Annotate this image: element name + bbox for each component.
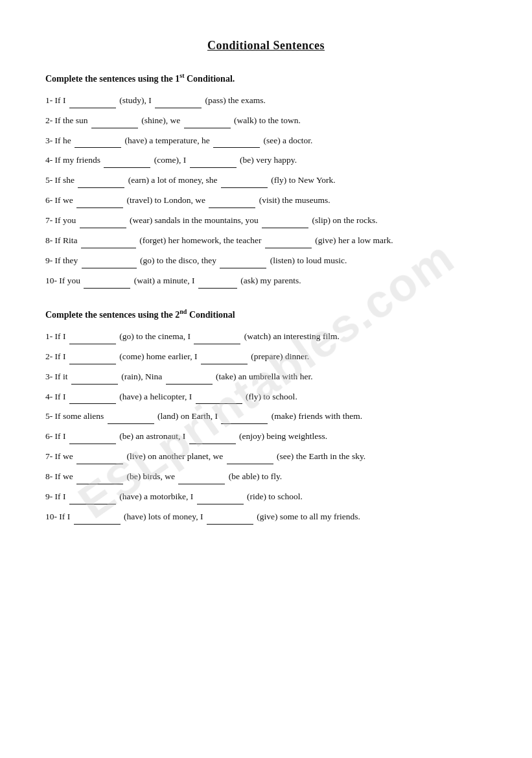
blank [80,228,126,228]
list-item: 5- If she (earn) a lot of money, she (fl… [45,173,487,188]
blank [108,423,154,424]
list-item: 5- If some aliens (land) on Earth, I (ma… [45,409,487,424]
list-item: 9- If they (go) to the disco, they (list… [45,254,487,268]
list-item: 10- If you (wait) a minute, I (ask) my p… [45,274,487,289]
list-item: 3- If he (have) a temperature, he (see) … [45,134,487,148]
blank [69,344,116,344]
blank [209,207,255,208]
list-item: 2- If I (come) home earlier, I (prepare)… [45,349,487,364]
blank [155,108,202,108]
blank [221,187,268,188]
section-2: Complete the sentences using the 2nd Con… [45,308,487,525]
blank [190,167,237,168]
blank [76,207,123,208]
section-2-title: Complete the sentences using the 2nd Con… [45,308,487,320]
blank [76,484,123,484]
blank [220,268,266,268]
blank [227,464,273,464]
list-item: 7- If you (wear) sandals in the mountain… [45,213,487,228]
blank [81,248,136,248]
blank [178,484,225,484]
blank [69,364,116,364]
blank [201,364,248,364]
list-item: 9- If I (have) a motorbike, I (ride) to … [45,490,487,504]
blank [197,504,244,504]
section-2-sentences: 1- If I (go) to the cinema, I (watch) an… [45,329,487,525]
blank [69,403,116,404]
section-1-sentences: 1- If I (study), I (pass) the exams. 2- … [45,93,487,289]
list-item: 8- If Rita (forget) her homework, the te… [45,233,487,248]
blank [69,108,116,108]
page-title: Conditional Sentences [45,39,487,53]
list-item: 1- If I (go) to the cinema, I (watch) an… [45,329,487,344]
blank [194,344,240,344]
blank [213,147,260,148]
blank [262,228,308,228]
blank [82,268,137,268]
list-item: 2- If the sun (shine), we (walk) to the … [45,113,487,128]
blank [189,444,236,444]
blank [69,444,116,444]
section-1-title: Complete the sentences using the 1st Con… [45,72,487,84]
blank [78,187,124,188]
blank [196,403,242,404]
list-item: 6- If we (travel) to London, we (visit) … [45,193,487,208]
blank [166,384,213,385]
blank [91,128,138,128]
blank [76,464,123,464]
blank [74,524,121,525]
blank [75,147,121,148]
section-1: Complete the sentences using the 1st Con… [45,72,487,289]
blank [104,167,150,168]
list-item: 4- If my friends (come), I (be) very hap… [45,153,487,168]
blank [198,288,237,289]
blank [184,128,231,128]
blank [265,248,312,248]
blank [84,288,130,289]
list-item: 10- If I (have) lots of money, I (give) … [45,510,487,525]
blank [71,384,118,385]
blank [69,504,116,504]
list-item: 3- If it (rain), Nina (take) an umbrella… [45,370,487,385]
list-item: 6- If I (be) an astronaut, I (enjoy) bei… [45,429,487,444]
list-item: 8- If we (be) birds, we (be able) to fly… [45,469,487,484]
list-item: 7- If we (live) on another planet, we (s… [45,449,487,464]
blank [221,423,268,424]
list-item: 1- If I (study), I (pass) the exams. [45,93,487,108]
list-item: 4- If I (have) a helicopter, I (fly) to … [45,390,487,405]
blank [207,524,253,525]
